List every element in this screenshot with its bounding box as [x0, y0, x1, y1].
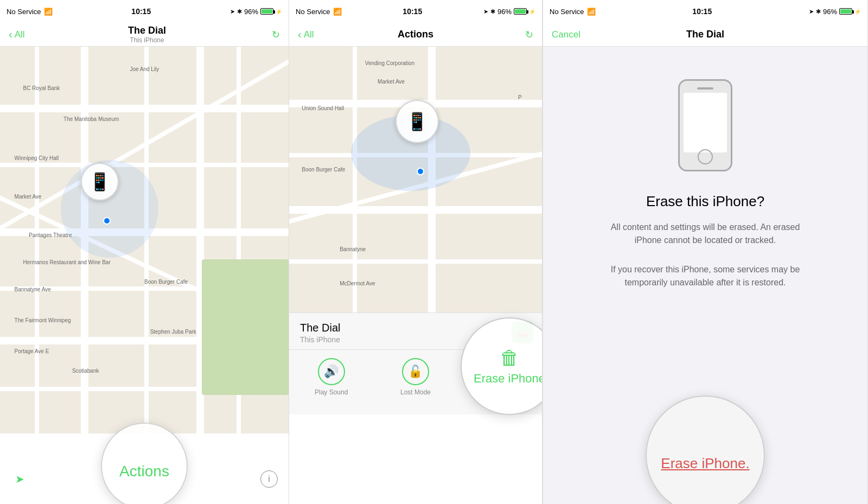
nav-subtitle-1: This iPhone [130, 36, 164, 44]
lost-mode-label-2: Lost Mode [400, 388, 431, 396]
p2-label-bannatyne: Bannatyne [340, 246, 366, 252]
back-button-2[interactable]: ‹ All [298, 28, 336, 41]
play-sound-button-2[interactable]: 🔊 Play Sound [289, 355, 373, 396]
bluetooth-icon-1: ✱ [237, 8, 242, 15]
status-left-3: No Service 📶 [550, 8, 596, 16]
erase-description1-3: All content and settings will be erased.… [608, 221, 803, 247]
user-dot-1 [103, 217, 111, 225]
location-icon-1: ➤ [230, 8, 235, 15]
status-left-1: No Service 📶 [7, 8, 53, 16]
bluetooth-icon-2: ✱ [490, 8, 495, 15]
refresh-button-2[interactable]: ↻ [525, 29, 533, 41]
map-label-bc: BC Royal Bank [23, 85, 60, 91]
panel-3: No Service 📶 10:15 ➤ ✱ 96% ⚡ Cancel The … [542, 0, 868, 504]
nav-bar-1: ‹ All The Dial This iPhone ↻ [0, 23, 289, 47]
battery-pct-2: 96% [497, 8, 512, 16]
nav-title-3: The Dial [686, 29, 724, 40]
status-right-3: ➤ ✱ 96% ⚡ [809, 8, 861, 16]
map-label-market: Market Ave [15, 194, 42, 200]
device-name-2: The Dial [300, 322, 340, 334]
p2-label-parking: P [518, 94, 522, 100]
nav-right-1: ↻ [247, 29, 280, 41]
cancel-button-3[interactable]: Cancel [552, 29, 580, 40]
device-pin-2: 📱 [395, 100, 439, 143]
park-1 [202, 259, 289, 395]
p2-label-vending: Vending Corporation [365, 60, 414, 66]
refresh-button-1[interactable]: ↻ [272, 29, 280, 41]
nav-title-1: The Dial [128, 25, 166, 36]
location-arrow-icon: ➤ [15, 473, 24, 486]
status-right-2: ➤ ✱ 96% ⚡ [483, 8, 535, 16]
map-area-1[interactable]: Joe And Lily BC Royal Bank The Manitoba … [0, 47, 289, 433]
battery-bar-3 [839, 8, 852, 15]
p2-label-union: Union Sound Hall [302, 105, 344, 111]
battery-bar-1 [260, 8, 273, 15]
map-area-2[interactable]: Vending Corporation Market Ave Union Sou… [289, 47, 542, 312]
play-sound-icon-2: 🔊 [318, 358, 345, 385]
phone-screen-3 [684, 93, 727, 152]
panel-2: No Service 📶 10:15 ➤ ✱ 96% ⚡ ‹ All Actio… [289, 0, 542, 504]
erase-description2-3: If you recover this iPhone, some service… [608, 263, 803, 289]
lost-mode-button-2[interactable]: 🔓 Lost Mode [373, 355, 457, 396]
p2-road-h4 [289, 259, 542, 264]
no-service-label-2: No Service [296, 8, 330, 16]
status-right-1: ➤ ✱ 96% ⚡ [230, 8, 282, 16]
nav-bar-2: ‹ All Actions ↻ [289, 23, 542, 47]
erase-content-3: Erase this iPhone? All content and setti… [543, 47, 867, 504]
map-label-joe: Joe And Lily [130, 66, 159, 72]
map-label-fairmount: The Fairmont Winnipeg [15, 317, 71, 323]
map-bg-1: Joe And Lily BC Royal Bank The Manitoba … [0, 47, 289, 433]
action-buttons-row-2: 🔊 Play Sound 🔓 Lost Mode 🗑 Erase iPhone … [289, 349, 542, 414]
road-v1 [35, 47, 39, 433]
device-icon-2: 📱 [406, 111, 428, 132]
battery-pct-3: 96% [823, 8, 837, 16]
wifi-icon-2: 📶 [333, 8, 342, 16]
map-label-boon: Boon Burger Cafe [144, 279, 188, 285]
back-label-2: All [304, 29, 314, 40]
bolt-icon-1: ⚡ [276, 9, 282, 15]
device-icon-1: 📱 [89, 171, 111, 192]
erase-magnified-icon-2: 🗑 [500, 347, 519, 369]
info-icon-1: i [268, 474, 270, 484]
map-label-winnipeg: Winnipeg City Hall [15, 155, 59, 161]
play-sound-label-2: Play Sound [315, 388, 348, 396]
status-bar-3: No Service 📶 10:15 ➤ ✱ 96% ⚡ [543, 0, 867, 23]
lost-mode-icon-2: 🔓 [402, 358, 429, 385]
map-label-pantages: Pantages Theatre [29, 232, 72, 238]
bolt-icon-2: ⚡ [529, 9, 535, 15]
battery-bar-2 [514, 8, 527, 15]
phone-illustration-3 [678, 79, 732, 171]
map-label-stephen: Stephen Juba Park [150, 329, 196, 335]
no-service-label-3: No Service [550, 8, 584, 16]
map-label-manitoba: The Manitoba Museum [63, 116, 119, 122]
p2-label-mcdermot: McDermot Ave [340, 280, 375, 286]
back-chevron-1: ‹ [9, 28, 12, 41]
info-button-1[interactable]: i [260, 470, 278, 488]
bluetooth-icon-3: ✱ [816, 8, 821, 15]
nav-title-2: Actions [398, 29, 433, 40]
location-button-1[interactable]: ➤ [11, 470, 28, 488]
location-icon-3: ➤ [809, 8, 814, 15]
location-icon-2: ➤ [483, 8, 488, 15]
erase-title-3: Erase this iPhone? [646, 193, 764, 210]
erase-confirm-circle-3[interactable]: Erase iPhone. [646, 395, 765, 504]
map-label-bannatyne: Bannatyne Ave [15, 286, 51, 292]
p2-label-market: Market Ave [378, 79, 405, 85]
map-label-scotiabank: Scotiabank [72, 368, 99, 374]
nav-title-group-1: The Dial This iPhone [128, 25, 166, 44]
wifi-icon-3: 📶 [587, 8, 596, 16]
actions-circle-button-1[interactable]: Actions [101, 423, 188, 504]
map-label-portage: Portage Ave E [15, 348, 49, 354]
time-2: 10:15 [403, 7, 422, 16]
back-chevron-2: ‹ [298, 28, 302, 41]
status-left-2: No Service 📶 [296, 8, 342, 16]
map-label-hermanos: Hermanos Restaurant and Wine Bar [23, 259, 111, 265]
battery-pct-1: 96% [244, 8, 258, 16]
wifi-icon-1: 📶 [44, 8, 53, 16]
erase-magnified-label-2: Erase iPhone [474, 372, 542, 386]
p2-road-v1 [353, 47, 357, 312]
actions-label-1: Actions [119, 463, 169, 480]
nav-bar-3: Cancel The Dial [543, 23, 867, 47]
time-3: 10:15 [692, 7, 712, 16]
back-button-1[interactable]: ‹ All [9, 28, 47, 41]
